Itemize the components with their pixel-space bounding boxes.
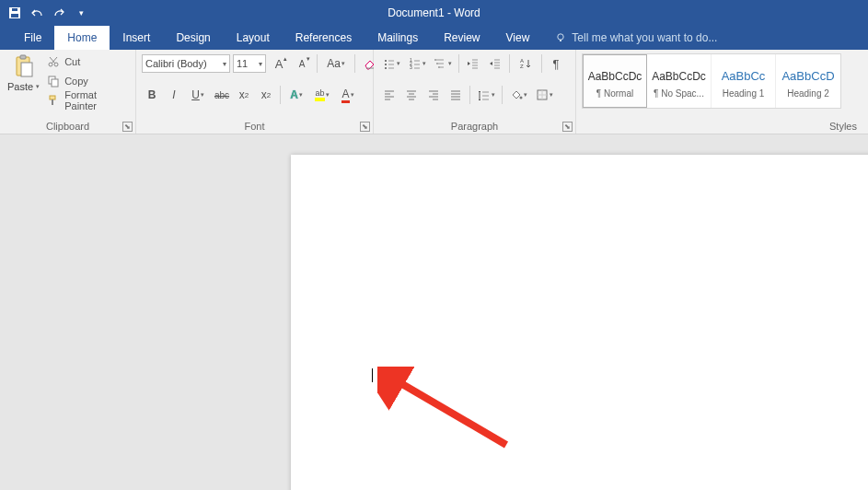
style-normal[interactable]: AaBbCcDc ¶ Normal	[583, 54, 647, 108]
shading-button[interactable]: ▾	[506, 85, 530, 105]
font-color-button[interactable]: A▾	[336, 85, 360, 105]
align-right-icon	[427, 88, 440, 101]
lightbulb-icon	[555, 32, 566, 43]
bucket-icon	[510, 88, 523, 101]
clipboard-dialog-launcher[interactable]: ⬊	[122, 122, 133, 132]
paste-icon	[11, 53, 37, 79]
align-center-button[interactable]	[401, 85, 422, 105]
styles-gallery[interactable]: AaBbCcDc ¶ Normal AaBbCcDc ¶ No Spac... …	[582, 53, 841, 109]
style-no-spacing[interactable]: AaBbCcDc ¶ No Spac...	[647, 54, 712, 108]
line-spacing-icon	[478, 88, 491, 101]
cut-button[interactable]: Cut	[47, 53, 130, 70]
style-heading-1[interactable]: AaBbCc Heading 1	[712, 54, 776, 108]
copy-button[interactable]: Copy	[47, 73, 130, 89]
qat-customize-icon[interactable]: ▾	[74, 6, 88, 20]
justify-button[interactable]	[446, 85, 466, 105]
group-clipboard: Paste▾ Cut Copy Format Painter Clipboard…	[0, 50, 136, 134]
save-icon[interactable]	[7, 6, 22, 20]
svg-point-15	[385, 60, 387, 62]
font-dialog-launcher[interactable]: ⬊	[360, 122, 370, 132]
multilevel-list-button[interactable]: ▾	[431, 53, 455, 74]
tab-mailings[interactable]: Mailings	[365, 26, 431, 50]
highlight-button[interactable]: ab▾	[310, 85, 334, 105]
numbering-icon: 123	[409, 57, 422, 70]
increase-indent-button[interactable]	[485, 53, 505, 74]
align-right-button[interactable]	[423, 85, 444, 105]
underline-button[interactable]: U▾	[186, 85, 210, 105]
ribbon-tabs: File Home Insert Design Layout Reference…	[0, 26, 868, 50]
svg-point-23	[438, 66, 440, 68]
svg-rect-2	[11, 14, 18, 18]
grow-font-button[interactable]: A▴	[269, 53, 289, 74]
bullets-button[interactable]: ▾	[379, 53, 403, 74]
format-painter-label: Format Painter	[64, 89, 130, 111]
paintbrush-icon	[47, 94, 60, 107]
strikethrough-button[interactable]: abc	[212, 85, 232, 105]
tab-references[interactable]: References	[283, 26, 365, 50]
decrease-indent-button[interactable]	[463, 53, 483, 74]
scissors-icon	[47, 55, 60, 68]
svg-point-22	[436, 63, 438, 64]
font-family-combo[interactable]: Calibri (Body)▾	[142, 54, 230, 73]
superscript-button[interactable]: x2	[256, 85, 276, 105]
shrink-font-button[interactable]: A▾	[292, 53, 312, 74]
borders-button[interactable]: ▾	[532, 85, 556, 105]
font-size-combo[interactable]: 11▾	[233, 54, 266, 73]
numbering-button[interactable]: 123▾	[405, 53, 429, 74]
tell-me-placeholder: Tell me what you want to do...	[572, 31, 717, 44]
styles-group-label: Styles	[582, 120, 862, 132]
text-effects-button[interactable]: A▾	[284, 85, 308, 105]
tab-review[interactable]: Review	[431, 26, 492, 50]
cut-label: Cut	[64, 56, 80, 67]
document-page[interactable]	[291, 155, 868, 490]
svg-rect-13	[50, 96, 55, 99]
group-paragraph: ▾ 123▾ ▾ AZ ¶ ▾ ▾ ▾	[374, 50, 576, 134]
sort-icon: AZ	[519, 57, 532, 70]
paragraph-group-label: Paragraph	[379, 120, 570, 132]
ribbon: Paste▾ Cut Copy Format Painter Clipboard…	[0, 50, 868, 134]
svg-rect-14	[52, 99, 53, 105]
align-left-button[interactable]	[379, 85, 399, 105]
redo-icon[interactable]	[52, 6, 66, 20]
font-group-label: Font	[142, 120, 367, 132]
style-heading-2[interactable]: AaBbCcD Heading 2	[776, 54, 840, 108]
svg-text:3: 3	[410, 64, 412, 70]
multilevel-icon	[434, 57, 447, 70]
svg-rect-5	[560, 40, 561, 41]
tab-home[interactable]: Home	[54, 26, 110, 50]
copy-label: Copy	[64, 76, 88, 87]
svg-rect-12	[52, 79, 58, 87]
sort-button[interactable]: AZ	[514, 53, 538, 74]
svg-point-4	[558, 34, 563, 40]
tab-insert[interactable]: Insert	[110, 26, 163, 50]
paragraph-dialog-launcher[interactable]: ⬊	[562, 122, 573, 132]
borders-icon	[536, 88, 549, 101]
tell-me[interactable]: Tell me what you want to do...	[542, 26, 717, 50]
copy-icon	[47, 75, 60, 88]
svg-point-21	[434, 59, 436, 61]
svg-point-26	[519, 97, 522, 99]
svg-rect-8	[21, 63, 32, 76]
paste-label: Paste	[7, 81, 33, 92]
title-bar: ▾ Document1 - Word	[0, 0, 868, 26]
format-painter-button[interactable]: Format Painter	[47, 92, 130, 109]
svg-point-17	[385, 67, 387, 69]
document-area	[0, 134, 868, 490]
change-case-button[interactable]: Aa▾	[322, 53, 350, 74]
svg-point-16	[385, 64, 387, 65]
clipboard-group-label: Clipboard	[6, 120, 130, 132]
tab-design[interactable]: Design	[163, 26, 223, 50]
paste-button[interactable]: Paste▾	[6, 53, 41, 92]
bold-button[interactable]: B	[142, 85, 162, 105]
svg-rect-3	[12, 8, 17, 11]
svg-text:Z: Z	[520, 64, 524, 69]
tab-view[interactable]: View	[493, 26, 543, 50]
line-spacing-button[interactable]: ▾	[474, 85, 498, 105]
show-marks-button[interactable]: ¶	[546, 53, 566, 74]
subscript-button[interactable]: x2	[234, 85, 254, 105]
bullets-icon	[383, 57, 396, 70]
tab-layout[interactable]: Layout	[224, 26, 283, 50]
tab-file[interactable]: File	[11, 26, 54, 50]
italic-button[interactable]: I	[164, 85, 184, 105]
undo-icon[interactable]	[29, 6, 44, 20]
